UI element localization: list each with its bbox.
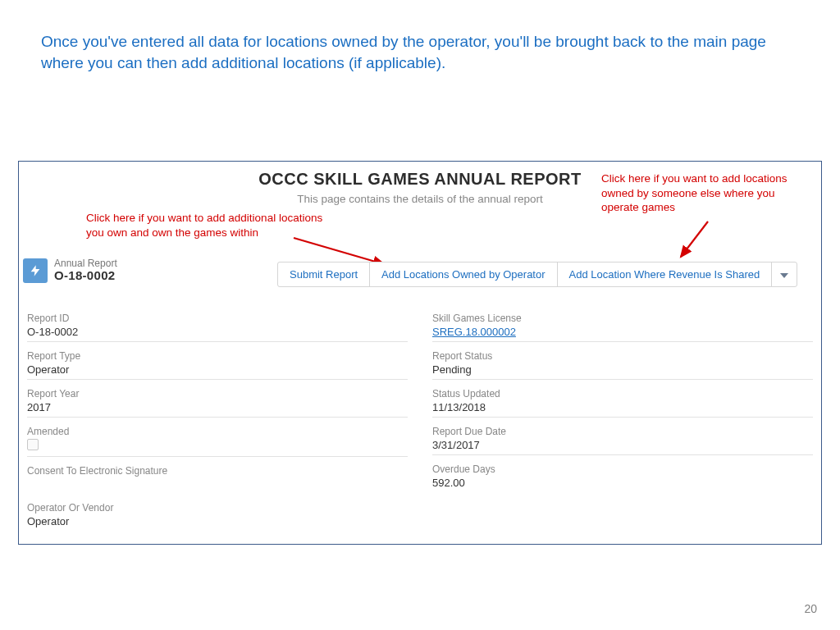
value-overdue: 592.00 — [432, 477, 813, 491]
label-amended: Amended — [27, 426, 408, 437]
label-status: Report Status — [432, 350, 813, 362]
value-status-updated: 11/13/2018 — [432, 401, 813, 415]
value-report-id: O-18-0002 — [27, 326, 408, 340]
bolt-icon — [23, 258, 48, 283]
report-badge: Annual Report O-18-0002 — [23, 258, 117, 283]
label-report-type: Report Type — [27, 350, 408, 362]
more-actions-button[interactable] — [771, 262, 797, 287]
value-op-vendor: Operator — [27, 515, 408, 529]
svg-line-1 — [681, 221, 708, 257]
chevron-down-icon — [780, 273, 788, 278]
details-col-right: Skill Games License SREG.18.000002 Repor… — [432, 309, 813, 536]
submit-report-button[interactable]: Submit Report — [277, 262, 370, 287]
field-overdue: Overdue Days 592.00 — [432, 460, 813, 492]
label-op-vendor: Operator Or Vendor — [27, 502, 408, 514]
field-status-updated: Status Updated 11/13/2018 — [432, 385, 813, 418]
field-amended: Amended — [27, 422, 408, 457]
field-license: Skill Games License SREG.18.000002 — [432, 309, 813, 342]
field-due-date: Report Due Date 3/31/2017 — [432, 422, 813, 455]
label-report-year: Report Year — [27, 388, 408, 399]
label-license: Skill Games License — [432, 313, 813, 324]
value-report-type: Operator — [27, 363, 408, 377]
field-consent: Consent To Electronic Signature — [27, 462, 408, 494]
action-button-row: Submit Report Add Locations Owned by Ope… — [277, 262, 797, 287]
field-report-type: Report Type Operator — [27, 347, 408, 380]
report-badge-id: O-18-0002 — [54, 269, 117, 283]
add-locations-owned-button[interactable]: Add Locations Owned by Operator — [369, 262, 557, 287]
arrow-right-icon — [671, 217, 720, 267]
value-license-link[interactable]: SREG.18.000002 — [432, 326, 813, 340]
label-due-date: Report Due Date — [432, 426, 813, 437]
value-due-date: 3/31/2017 — [432, 439, 813, 453]
field-report-status: Report Status Pending — [432, 347, 813, 380]
label-report-id: Report ID — [27, 313, 408, 324]
value-report-year: 2017 — [27, 401, 408, 415]
slide-caption: Once you've entered all data for locatio… — [41, 31, 796, 73]
field-operator-or-vendor: Operator Or Vendor Operator — [27, 499, 408, 531]
app-window: OCCC SKILL GAMES ANNUAL REPORT This page… — [18, 161, 822, 545]
add-location-shared-button[interactable]: Add Location Where Revenue Is Shared — [557, 262, 773, 287]
field-report-id: Report ID O-18-0002 — [27, 309, 408, 342]
details-grid: Report ID O-18-0002 Report Type Operator… — [27, 309, 813, 536]
label-status-updated: Status Updated — [432, 388, 813, 399]
field-report-year: Report Year 2017 — [27, 385, 408, 418]
annotation-right: Click here if you want to add locations … — [601, 171, 815, 215]
label-consent: Consent To Electronic Signature — [27, 465, 408, 477]
label-overdue: Overdue Days — [432, 463, 813, 475]
value-status: Pending — [432, 363, 813, 377]
svg-line-0 — [294, 238, 384, 264]
annotation-left: Click here if you want to add additional… — [86, 211, 324, 240]
amended-checkbox[interactable] — [27, 439, 39, 450]
page-number: 20 — [804, 602, 817, 615]
details-col-left: Report ID O-18-0002 Report Type Operator… — [27, 309, 408, 536]
